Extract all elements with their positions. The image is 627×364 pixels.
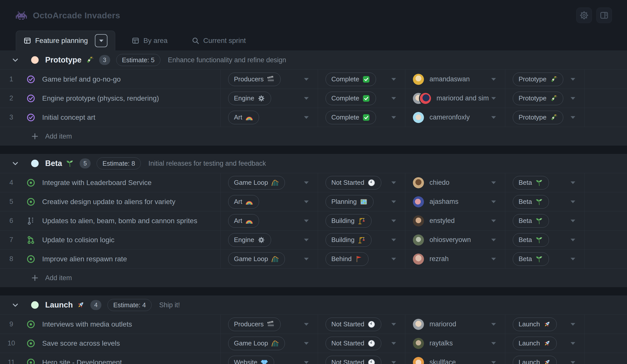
status-cell[interactable]: Complete [318, 70, 405, 89]
caret-down-icon[interactable] [304, 238, 309, 241]
group-title[interactable]: Launch [45, 300, 73, 310]
caret-down-icon[interactable] [571, 258, 575, 261]
caret-down-icon[interactable] [304, 219, 309, 222]
status-cell[interactable]: Planning [318, 192, 405, 211]
status-cell[interactable]: Behind [318, 250, 405, 268]
stage-cell[interactable]: Prototype [505, 108, 584, 127]
caret-down-icon[interactable] [304, 342, 309, 345]
caret-down-icon[interactable] [571, 116, 575, 119]
stage-pill[interactable]: Launch [513, 337, 557, 350]
status-cell[interactable]: Not Started [318, 173, 405, 192]
caret-down-icon[interactable] [391, 342, 396, 345]
caret-down-icon[interactable] [571, 361, 575, 364]
side-panel-button[interactable] [596, 8, 612, 23]
assignee-cell[interactable]: ajashams [405, 192, 505, 211]
caret-down-icon[interactable] [391, 200, 396, 203]
caret-down-icon[interactable] [491, 116, 496, 119]
caret-down-icon[interactable] [391, 97, 396, 100]
group-title[interactable]: Beta [45, 159, 62, 168]
area-pill[interactable]: Game Loop [228, 252, 285, 266]
stage-cell[interactable]: Beta [505, 250, 584, 268]
chevron-down-icon[interactable] [12, 56, 19, 64]
area-cell[interactable]: Game Loop [220, 250, 318, 268]
status-cell[interactable]: Complete [318, 89, 405, 108]
item-title[interactable]: Improve alien respawn rate [42, 255, 127, 263]
stage-pill[interactable]: Beta [513, 233, 549, 247]
item-title[interactable]: Interviews with media outlets [42, 320, 132, 328]
stage-pill[interactable]: Beta [513, 195, 549, 209]
area-pill[interactable]: Game Loop [228, 337, 285, 350]
assignee-cell[interactable]: enstyled [405, 211, 505, 230]
caret-down-icon[interactable] [571, 238, 575, 241]
caret-down-icon[interactable] [391, 361, 396, 364]
assignee-cell[interactable]: chiedo [405, 173, 505, 192]
area-pill[interactable]: Art [228, 195, 259, 209]
caret-down-icon[interactable] [491, 323, 496, 326]
caret-down-icon[interactable] [571, 97, 575, 100]
caret-down-icon[interactable] [304, 78, 309, 81]
caret-down-icon[interactable] [491, 258, 496, 261]
status-cell[interactable]: Not Started [318, 353, 405, 364]
caret-down-icon[interactable] [491, 97, 496, 100]
area-cell[interactable]: Engine [220, 230, 318, 249]
item-title[interactable]: Save score across levels [42, 339, 120, 347]
stage-cell[interactable]: Launch [505, 334, 584, 353]
area-cell[interactable]: Producers [220, 315, 318, 334]
caret-down-icon[interactable] [304, 323, 309, 326]
status-pill[interactable]: Building [326, 233, 371, 247]
item-title[interactable]: Engine prototype (physics, rendering) [42, 94, 159, 102]
area-cell[interactable]: Game Loop [220, 173, 318, 192]
stage-cell[interactable]: Beta [505, 173, 584, 192]
stage-pill[interactable]: Prototype [513, 73, 563, 86]
status-pill[interactable]: Not Started [326, 337, 381, 350]
caret-down-icon[interactable] [391, 78, 396, 81]
stage-cell[interactable]: Beta [505, 211, 584, 230]
stage-cell[interactable]: Launch [505, 353, 584, 364]
caret-down-icon[interactable] [304, 200, 309, 203]
caret-down-icon[interactable] [304, 97, 309, 100]
caret-down-icon[interactable] [571, 342, 575, 345]
item-title[interactable]: Creative design update to aliens for var… [42, 198, 175, 206]
stage-cell[interactable]: Launch [505, 315, 584, 334]
caret-down-icon[interactable] [571, 219, 575, 222]
status-cell[interactable]: Building [318, 211, 405, 230]
stage-pill[interactable]: Prototype [513, 111, 563, 124]
stage-cell[interactable]: Beta [505, 192, 584, 211]
status-pill[interactable]: Planning [326, 195, 373, 209]
caret-down-icon[interactable] [491, 342, 496, 345]
area-pill[interactable]: Producers [228, 318, 281, 331]
area-pill[interactable]: Website [228, 356, 274, 364]
caret-down-icon[interactable] [491, 78, 496, 81]
caret-down-icon[interactable] [491, 238, 496, 241]
caret-down-icon[interactable] [391, 116, 396, 119]
stage-cell[interactable]: Prototype [505, 89, 584, 108]
area-pill[interactable]: Engine [228, 92, 271, 105]
caret-down-icon[interactable] [304, 181, 309, 184]
assignee-cell[interactable]: amandaswan [405, 70, 505, 89]
area-cell[interactable]: Art [220, 108, 318, 127]
caret-down-icon[interactable] [391, 219, 396, 222]
area-pill[interactable]: Game Loop [228, 176, 285, 190]
item-title[interactable]: Game brief and go-no-go [42, 75, 121, 83]
area-pill[interactable]: Engine [228, 233, 271, 247]
tab-feature-planning[interactable]: Feature planning [16, 31, 115, 50]
caret-down-icon[interactable] [391, 181, 396, 184]
caret-down-icon[interactable] [391, 258, 396, 261]
chevron-down-icon[interactable] [12, 301, 19, 309]
stage-pill[interactable]: Beta [513, 214, 549, 228]
item-title[interactable]: Hero site - Developement [42, 358, 122, 364]
group-title[interactable]: Prototype [45, 55, 82, 65]
item-title[interactable]: Update to colision logic [42, 236, 114, 244]
caret-down-icon[interactable] [391, 323, 396, 326]
status-pill[interactable]: Complete [326, 73, 376, 86]
stage-pill[interactable]: Launch [513, 356, 557, 364]
status-pill[interactable]: Building [326, 214, 371, 228]
view-options-button[interactable] [95, 34, 107, 47]
status-cell[interactable]: Not Started [318, 315, 405, 334]
chevron-down-icon[interactable] [12, 160, 19, 167]
status-cell[interactable]: Not Started [318, 334, 405, 353]
add-item-row[interactable]: Add item [0, 127, 627, 146]
stage-cell[interactable]: Prototype [505, 70, 584, 89]
item-title[interactable]: Integrate with Leaderboard Service [42, 179, 152, 187]
settings-button[interactable] [576, 8, 592, 23]
